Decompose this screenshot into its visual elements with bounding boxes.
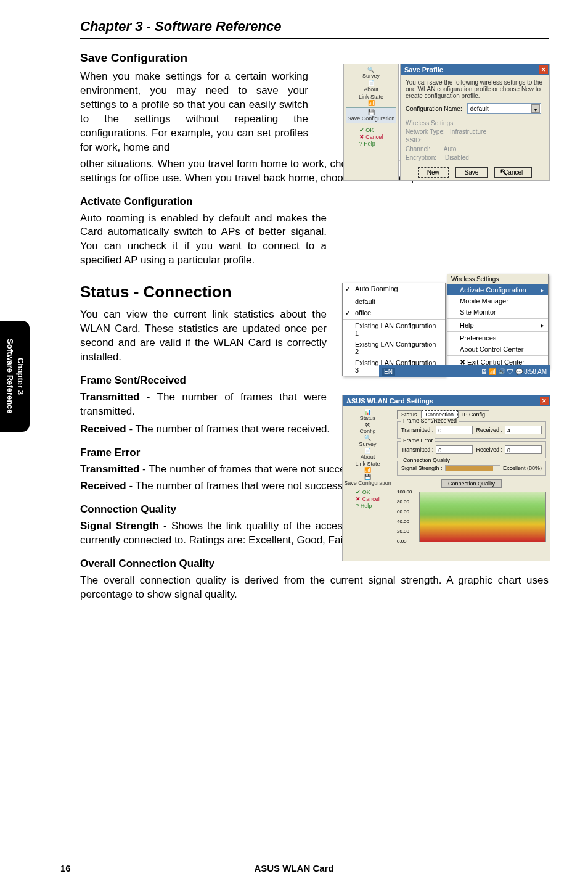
fs-sent-received: Frame Sent/Received Transmitted :0 Recei… (397, 421, 546, 439)
wireless-settings-title: Wireless Settings (447, 274, 548, 284)
footer-title: ASUS WLAN Card (0, 863, 588, 873)
fs-conn-quality: Connection Quality Signal Strength : Exc… (397, 461, 546, 476)
cursor-icon: ↖ (499, 165, 508, 179)
rx2-field: 0 (505, 445, 542, 454)
context-menu-figure: Wireless Settings Activate Configuration… (342, 274, 550, 377)
menu-profile-default[interactable]: default (343, 296, 445, 307)
context-menu-left: ✓Auto Roaming default ✓office Existing L… (342, 283, 446, 376)
frame-sr-tx: Transmitted - The number of frames that … (80, 390, 327, 419)
leftnav-help[interactable]: ? Help (356, 503, 372, 509)
divider (80, 38, 549, 39)
page-footer: 16 ASUS WLAN Card (0, 859, 588, 873)
save-profile-dialog: Save Profile ✕ You can save the followin… (400, 64, 550, 181)
tab-ipconfig[interactable]: IP Config (458, 410, 489, 419)
menu-profile-elc1[interactable]: Existing LAN Configuration 1 (343, 320, 445, 339)
leftnav-about[interactable]: 📄About (361, 448, 375, 460)
leftnav-about[interactable]: 📄About (364, 80, 378, 93)
tx1-field: 0 (436, 426, 473, 434)
leftnav-cancel[interactable]: ✖ Cancel (356, 496, 380, 502)
leftnav-ok[interactable]: ✔ OK (356, 489, 370, 495)
context-menu-right: Wireless Settings Activate Configuration… (447, 274, 549, 369)
save-config-para1: When you make settings for a certain wor… (80, 70, 308, 155)
leftnav-help[interactable]: ? Help (359, 141, 375, 147)
config-name-label: Configuration Name: (406, 105, 462, 112)
save-profile-desc: You can save the following wireless sett… (406, 79, 544, 99)
side-tab-chapter: Chapter 3 (15, 358, 25, 395)
leftnav-config[interactable]: 🛠Config (359, 422, 375, 434)
save-config-heading: Save Configuration (80, 51, 549, 65)
status-connection-para: You can view the current link statistics… (80, 308, 327, 365)
leftnav-survey[interactable]: 🔍Survey (359, 435, 376, 447)
menu-profile-office[interactable]: ✓office (343, 307, 445, 318)
menu-preferences[interactable]: Preferences (447, 332, 548, 344)
ytick: 40.00 (397, 519, 409, 524)
side-tab: Chapter 3 Software Reference (0, 321, 30, 432)
ytick: 60.00 (397, 509, 409, 514)
chapter-title: Chapter 3 - Software Reference (80, 19, 549, 35)
leftnav-cancel[interactable]: ✖ Cancel (359, 134, 383, 140)
menu-site-monitor[interactable]: Site Monitor (447, 307, 548, 318)
connection-quality-button[interactable]: Connection Quality (441, 479, 502, 488)
connection-quality-chart (419, 492, 546, 542)
config-name-dropdown[interactable]: default▾ (467, 103, 541, 114)
leftnav-saveconfig[interactable]: 💾Save Configuration (346, 107, 397, 123)
close-icon[interactable]: ✕ (540, 397, 549, 405)
close-icon[interactable]: ✕ (539, 65, 548, 74)
save-button[interactable]: Save (455, 167, 488, 178)
tray-time: 8:58 AM (524, 368, 547, 375)
tx2-field: 0 (436, 445, 473, 454)
leftnav-status[interactable]: 📊Status (360, 409, 376, 421)
connection-dialog: ASUS WLAN Card Settings ✕ 📊Status 🛠Confi… (342, 395, 550, 561)
side-tab-title: Software Reference (4, 339, 15, 413)
overall-cq-para: The overall connection quality is derive… (80, 574, 549, 602)
menu-profile-elc2[interactable]: Existing LAN Configuration 2 (343, 339, 445, 357)
wireless-settings-block: Wireless Settings Network Type: Infrastr… (406, 119, 544, 162)
new-button[interactable]: New (418, 167, 449, 178)
page-number: 16 (60, 863, 71, 873)
signal-bar (445, 465, 500, 471)
menu-mobile-manager[interactable]: Mobile Manager (447, 295, 548, 307)
conn-leftnav: 📊Status 🛠Config 🔍Survey 📄About Link Stat… (343, 406, 393, 561)
save-profile-leftnav: 🔍Survey 📄About Link State📶 💾Save Configu… (343, 64, 399, 181)
ytick: 100.00 (397, 489, 412, 495)
ytick: 20.00 (397, 529, 409, 534)
menu-auto-roaming[interactable]: ✓Auto Roaming (343, 283, 445, 294)
leftnav-ok[interactable]: ✔ OK (359, 127, 374, 133)
tray-lang[interactable]: EN (382, 368, 395, 376)
menu-help[interactable]: Help▸ (447, 320, 548, 331)
fs-frame-error: Frame Error Transmitted :0 Received :0 (397, 441, 546, 458)
activate-config-para: Auto roaming is enabled by default and m… (80, 212, 327, 268)
signal-value: Excellent (88%) (503, 465, 542, 471)
system-tray: EN 🖥 📶 🔊 🛡 💬 8:58 AM (379, 365, 550, 377)
save-profile-titlebar: Save Profile ✕ (401, 64, 549, 75)
chevron-down-icon[interactable]: ▾ (531, 104, 540, 113)
activate-config-heading: Activate Configuration (80, 196, 549, 208)
tray-icons[interactable]: 🖥 📶 🔊 🛡 💬 (481, 368, 524, 375)
leftnav-saveconfig[interactable]: 💾Save Configuration (344, 474, 391, 486)
ytick: 0.00 (397, 538, 407, 544)
conn-titlebar: ASUS WLAN Card Settings ✕ (343, 395, 550, 406)
leftnav-linkstate[interactable]: Link State📶 (355, 461, 380, 473)
leftnav-linkstate[interactable]: Link State📶 (359, 94, 383, 106)
ytick: 80.00 (397, 499, 409, 505)
menu-about-cc[interactable]: About Control Center (447, 344, 548, 355)
menu-activate-config[interactable]: Activate Configuration▸ (447, 284, 548, 295)
rx1-field: 4 (505, 426, 542, 434)
leftnav-survey-icon[interactable]: 🔍Survey (362, 67, 380, 79)
